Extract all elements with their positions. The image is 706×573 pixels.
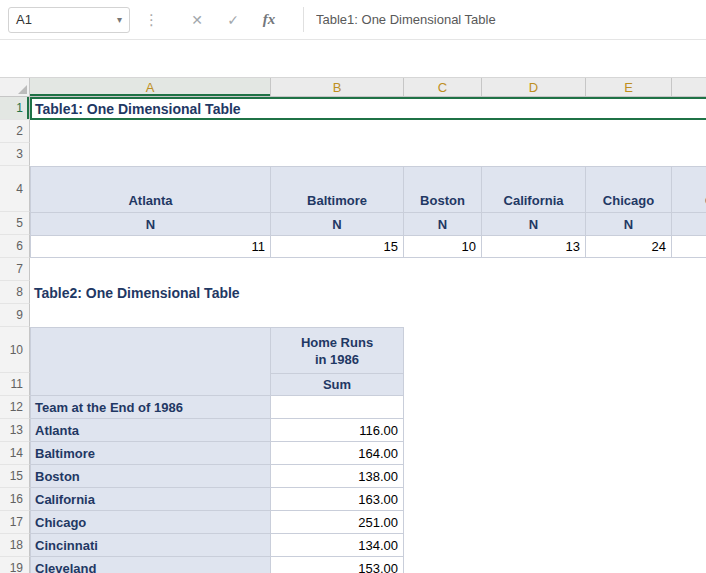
row-header-16[interactable]: 16 (0, 488, 30, 511)
table2-team-baltimore[interactable]: Baltimore (30, 442, 271, 465)
table1-value-chicago[interactable]: 24 (586, 235, 672, 258)
row-header-7[interactable]: 7 (0, 258, 30, 281)
table2-team-boston[interactable]: Boston (30, 465, 271, 488)
table2-team-atlanta[interactable]: Atlanta (30, 419, 271, 442)
row-header-5[interactable]: 5 (0, 212, 30, 235)
column-header-F[interactable]: F (672, 78, 706, 96)
ribbon-gap (0, 40, 706, 77)
name-box-dropdown-icon[interactable]: ▾ (109, 14, 122, 25)
row-header-15[interactable]: 15 (0, 465, 30, 488)
formula-bar: A1 ▾ ⋮ ✕ ✓ fx Table1: One Dimensional Ta… (0, 0, 706, 40)
row-cells-8: Table2: One Dimensional Table (30, 281, 706, 304)
sheet-row-17: 17Chicago251.00 (0, 511, 706, 534)
row-header-6[interactable]: 6 (0, 235, 30, 258)
table1-value-baltimore[interactable]: 15 (271, 235, 404, 258)
table2-team-cleveland[interactable]: Cleveland (30, 557, 271, 573)
table2-value-california[interactable]: 163.00 (271, 488, 404, 511)
table2-value-boston[interactable]: 138.00 (271, 465, 404, 488)
row-cells-6: 1115101324 (30, 235, 706, 258)
spreadsheet-grid: ABCDEF 1Table1: One Dimensional Table234… (0, 77, 706, 573)
name-box[interactable]: A1 ▾ (8, 7, 130, 33)
table1-stat-california[interactable]: N (482, 212, 586, 235)
row-header-19[interactable]: 19 (0, 557, 30, 573)
column-headers: ABCDEF (30, 78, 706, 96)
table1-stat-baltimore[interactable]: N (271, 212, 404, 235)
table1-stat-boston[interactable]: N (404, 212, 482, 235)
row-cells-16: California163.00 (30, 488, 706, 511)
row-header-17[interactable]: 17 (0, 511, 30, 534)
row-header-8[interactable]: 8 (0, 281, 30, 304)
table2-row-dimension-header[interactable]: Team at the End of 1986 (30, 396, 271, 419)
table1-stat-atlanta[interactable]: N (30, 212, 271, 235)
sheet-row-13: 13Atlanta116.00 (0, 419, 706, 442)
table2-value-chicago[interactable]: 251.00 (271, 511, 404, 534)
sheet-row-12: 12Team at the End of 1986 (0, 396, 706, 419)
row-header-13[interactable]: 13 (0, 419, 30, 442)
sheet-row-19: 19Cleveland153.00 (0, 557, 706, 573)
sheet-row-11: 11Sum (0, 373, 706, 396)
column-header-C[interactable]: C (404, 78, 482, 96)
table1-header-cincinnati[interactable]: Cincinnati (672, 166, 706, 212)
row-header-2[interactable]: 2 (0, 120, 30, 143)
table2-value-cincinnati[interactable]: 134.00 (271, 534, 404, 557)
formula-input[interactable]: Table1: One Dimensional Table (316, 12, 706, 27)
sheet-row-9: 9 (0, 304, 706, 327)
table2-value-cleveland[interactable]: 153.00 (271, 557, 404, 573)
table2-team-california[interactable]: California (30, 488, 271, 511)
table2-stub-cell[interactable] (30, 373, 271, 396)
table1-stat-cincinnati[interactable]: N (672, 212, 706, 235)
sheet-row-4: 4AtlantaBaltimoreBostonCaliforniaChicago… (0, 166, 706, 212)
table1-header-atlanta[interactable]: Atlanta (30, 166, 271, 212)
row-header-1[interactable]: 1 (0, 97, 30, 120)
sheet-row-3: 3 (0, 143, 706, 166)
spreadsheet-app: A1 ▾ ⋮ ✕ ✓ fx Table1: One Dimensional Ta… (0, 0, 706, 573)
select-all-triangle-icon (18, 85, 27, 94)
table2-value-baltimore[interactable]: 164.00 (271, 442, 404, 465)
table1-value-cincinnati[interactable] (672, 235, 706, 258)
row-cells-1: Table1: One Dimensional Table (30, 97, 706, 120)
column-header-B[interactable]: B (271, 78, 404, 96)
table1-value-california[interactable]: 13 (482, 235, 586, 258)
table2-team-chicago[interactable]: Chicago (30, 511, 271, 534)
row-header-14[interactable]: 14 (0, 442, 30, 465)
table2-measure-header[interactable]: Home Runs in 1986 (271, 327, 404, 373)
table1-header-baltimore[interactable]: Baltimore (271, 166, 404, 212)
table1-header-boston[interactable]: Boston (404, 166, 482, 212)
row-header-12[interactable]: 12 (0, 396, 30, 419)
select-all-button[interactable] (0, 78, 30, 96)
table1-header-california[interactable]: California (482, 166, 586, 212)
row-cells-10: Home Runs in 1986 (30, 327, 706, 373)
column-header-D[interactable]: D (482, 78, 586, 96)
row-cells-19: Cleveland153.00 (30, 557, 706, 573)
row-header-3[interactable]: 3 (0, 143, 30, 166)
enter-icon[interactable]: ✓ (215, 12, 251, 28)
table2-value-empty[interactable] (271, 396, 404, 419)
column-header-A[interactable]: A (30, 78, 271, 96)
cell-a1-table1-title[interactable]: Table1: One Dimensional Table (30, 97, 706, 120)
row-cells-5: NNNNNN (30, 212, 706, 235)
cell-a8-table2-title[interactable]: Table2: One Dimensional Table (30, 281, 706, 304)
table1-value-atlanta[interactable]: 11 (30, 235, 271, 258)
insert-function-icon[interactable]: fx (251, 11, 287, 28)
sheet-row-2: 2 (0, 120, 706, 143)
column-header-E[interactable]: E (586, 78, 672, 96)
row-header-11[interactable]: 11 (0, 373, 30, 396)
table2-stat-header[interactable]: Sum (271, 373, 404, 396)
table1-stat-chicago[interactable]: N (586, 212, 672, 235)
column-header-row: ABCDEF (0, 78, 706, 97)
cancel-icon[interactable]: ✕ (179, 12, 215, 28)
table1-header-chicago[interactable]: Chicago (586, 166, 672, 212)
row-cells-4: AtlantaBaltimoreBostonCaliforniaChicagoC… (30, 166, 706, 212)
table2-value-atlanta[interactable]: 116.00 (271, 419, 404, 442)
table1-value-boston[interactable]: 10 (404, 235, 482, 258)
table2-team-cincinnati[interactable]: Cincinnati (30, 534, 271, 557)
row-header-9[interactable]: 9 (0, 304, 30, 327)
table2-stub-cell[interactable] (30, 327, 271, 373)
sheet-row-10: 10Home Runs in 1986 (0, 327, 706, 373)
sheet-row-15: 15Boston138.00 (0, 465, 706, 488)
row-cells-18: Cincinnati134.00 (30, 534, 706, 557)
row-header-10[interactable]: 10 (0, 327, 30, 373)
row-header-4[interactable]: 4 (0, 166, 30, 212)
row-header-18[interactable]: 18 (0, 534, 30, 557)
row-cells-2 (30, 120, 706, 143)
